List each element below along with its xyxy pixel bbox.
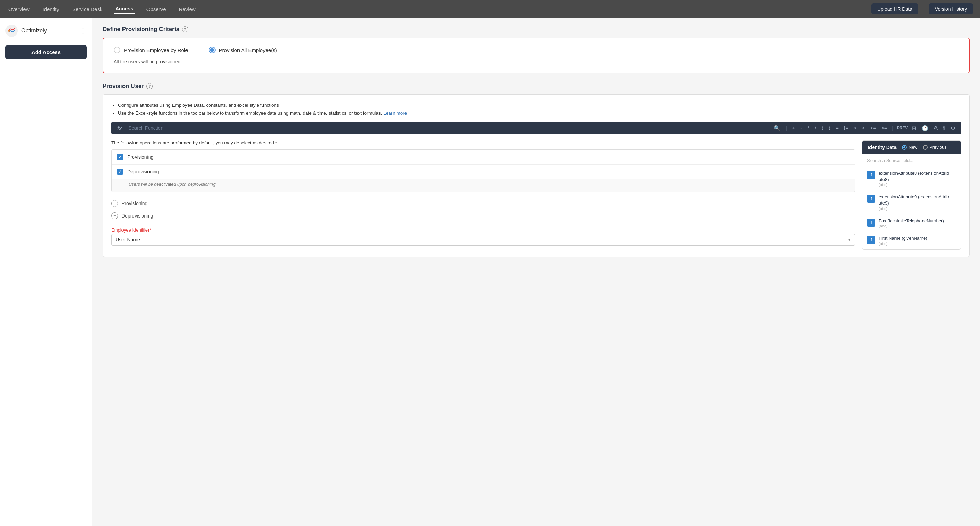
- toolbar-equals[interactable]: =: [834, 124, 840, 131]
- content-row: The following operations are performed b…: [111, 140, 961, 249]
- criteria-help-icon[interactable]: ?: [182, 26, 188, 32]
- identity-data-title: Identity Data: [868, 145, 897, 150]
- version-history-button[interactable]: Version History: [929, 3, 973, 14]
- fx-badge: fx: [115, 124, 124, 132]
- nav-identity[interactable]: Identity: [41, 4, 60, 14]
- toolbar-close-paren[interactable]: ): [827, 124, 832, 131]
- svg-point-0: [5, 25, 18, 37]
- sidebar-menu-icon[interactable]: ⋮: [80, 27, 87, 35]
- optimizely-logo-icon: [5, 25, 18, 37]
- identity-panel: Identity Data New Previous: [862, 140, 961, 249]
- radio-options-row: Provision Employee by Role Provision All…: [114, 46, 959, 53]
- deprovisioning-note: Users will be deactivated upon deprovisi…: [129, 182, 216, 187]
- identity-previous-radio[interactable]: Previous: [923, 145, 947, 150]
- field-type-3: (abc): [879, 242, 927, 246]
- settings-icon[interactable]: ⚙: [949, 124, 957, 132]
- provision-by-role-radio[interactable]: [114, 46, 121, 53]
- deprovisioning-circle-label: Deprovisioning: [121, 213, 153, 219]
- clock-icon[interactable]: 🕐: [920, 124, 930, 132]
- formula-toolbar: fx 🔍 | + - * / ( ) = != > < <= >= | PREV…: [111, 122, 961, 134]
- learn-more-link[interactable]: Learn more: [383, 110, 407, 116]
- operations-box: Provisioning Deprovisioning Users will b…: [111, 149, 855, 192]
- provision-box: Configure attributes using Employee Data…: [103, 94, 970, 257]
- main-layout: Optimizely ⋮ Add Access Define Provision…: [0, 18, 980, 526]
- provisioning-label: Provisioning: [127, 154, 153, 160]
- field-type-1: (abc): [879, 207, 949, 211]
- field-name-0: extensionAttribute8 (extensionAttribute8…: [879, 170, 949, 183]
- deprovisioning-row: Deprovisioning: [111, 165, 855, 179]
- nav-overview[interactable]: Overview: [7, 4, 31, 14]
- deprovisioning-note-row: Users will be deactivated upon deprovisi…: [111, 179, 855, 192]
- nav-access[interactable]: Access: [114, 3, 135, 14]
- provision-section-title: Provision User ?: [103, 83, 970, 90]
- operations-note: The following operations are performed b…: [111, 140, 855, 145]
- grid-icon[interactable]: ⊞: [910, 124, 918, 132]
- employee-identifier-label: Employee Identifier*: [111, 227, 855, 232]
- field-icon-3: f: [867, 236, 875, 244]
- field-name-2: Fax (facsimileTelephoneNumber): [879, 218, 944, 224]
- main-content: Define Provisioning Criteria ? Provision…: [92, 18, 980, 526]
- text-icon[interactable]: A: [932, 124, 939, 132]
- content-left: The following operations are performed b…: [111, 140, 855, 249]
- identity-field-item[interactable]: f extensionAttribute8 (extensionAttribut…: [862, 167, 961, 191]
- provision-help-icon[interactable]: ?: [146, 83, 153, 89]
- employee-identifier-select[interactable]: User Name: [111, 234, 855, 246]
- provision-description: Configure attributes using Employee Data…: [111, 102, 961, 117]
- toolbar-less[interactable]: <: [860, 124, 866, 131]
- identity-search-input[interactable]: [867, 158, 956, 163]
- identity-field-item[interactable]: f Fax (facsimileTelephoneNumber) (abc): [862, 215, 961, 232]
- provisioning-circle-label: Provisioning: [121, 201, 148, 206]
- provision-by-role-option[interactable]: Provision Employee by Role: [114, 46, 188, 53]
- deprovisioning-circle-minus: [111, 212, 118, 219]
- identity-fields-list: f extensionAttribute8 (extensionAttribut…: [862, 167, 961, 249]
- identity-previous-radio-circle: [923, 145, 928, 150]
- identity-header: Identity Data New Previous: [862, 141, 961, 154]
- field-icon-2: f: [867, 219, 875, 227]
- toolbar-greater-eq[interactable]: >=: [880, 124, 889, 131]
- search-icon[interactable]: 🔍: [772, 124, 782, 132]
- identity-field-item[interactable]: f extensionAttribute9 (extensionAttribut…: [862, 191, 961, 214]
- toolbar-multiply[interactable]: *: [806, 124, 811, 131]
- identity-new-radio-circle: [902, 145, 907, 150]
- add-access-button[interactable]: Add Access: [5, 45, 87, 59]
- prev-button[interactable]: PREV: [897, 126, 908, 130]
- info-icon[interactable]: ℹ: [941, 124, 947, 132]
- sidebar-logo-name: Optimizely: [21, 28, 47, 34]
- criteria-note: All the users will be provisioned: [114, 59, 959, 64]
- sidebar-logo: Optimizely ⋮: [5, 25, 87, 37]
- provisioning-checkbox[interactable]: [117, 154, 123, 160]
- upload-hr-data-button[interactable]: Upload HR Data: [871, 3, 918, 14]
- criteria-box: Provision Employee by Role Provision All…: [103, 38, 970, 73]
- nav-review[interactable]: Review: [178, 4, 197, 14]
- field-icon-1: f: [867, 195, 875, 203]
- toolbar-divide[interactable]: /: [813, 124, 818, 131]
- search-function-input[interactable]: [128, 125, 770, 131]
- toolbar-less-eq[interactable]: <=: [869, 124, 877, 131]
- field-name-1: extensionAttribute9 (extensionAttribute9…: [879, 194, 949, 206]
- toolbar-not-equals[interactable]: !=: [842, 124, 850, 131]
- top-navigation: Overview Identity Service Desk Access Ob…: [0, 0, 980, 18]
- toolbar-plus[interactable]: +: [791, 124, 797, 131]
- provision-all-radio[interactable]: [209, 46, 216, 53]
- toolbar-open-paren[interactable]: (: [820, 124, 825, 131]
- provision-all-employees-option[interactable]: Provision All Employee(s): [209, 46, 277, 53]
- toolbar-greater[interactable]: >: [852, 124, 858, 131]
- identity-field-item[interactable]: f First Name (givenName) (abc): [862, 232, 961, 249]
- deprovisioning-label: Deprovisioning: [127, 169, 159, 175]
- sidebar: Optimizely ⋮ Add Access: [0, 18, 92, 526]
- provisioning-row: Provisioning: [111, 150, 855, 165]
- field-icon-0: f: [867, 171, 875, 179]
- field-type-0: (abc): [879, 183, 949, 187]
- nav-service-desk[interactable]: Service Desk: [71, 4, 104, 14]
- provisioning-circle-row: Provisioning: [111, 197, 855, 210]
- nav-observe[interactable]: Observe: [145, 4, 167, 14]
- field-type-2: (abc): [879, 224, 944, 228]
- field-name-3: First Name (givenName): [879, 235, 927, 242]
- deprovisioning-checkbox[interactable]: [117, 168, 123, 175]
- toolbar-minus[interactable]: -: [799, 124, 804, 131]
- criteria-section-title: Define Provisioning Criteria ?: [103, 26, 970, 33]
- deprovisioning-circle-row: Deprovisioning: [111, 210, 855, 222]
- identity-new-radio[interactable]: New: [902, 145, 917, 150]
- svg-point-1: [8, 30, 10, 32]
- provisioning-circle-minus: [111, 200, 118, 207]
